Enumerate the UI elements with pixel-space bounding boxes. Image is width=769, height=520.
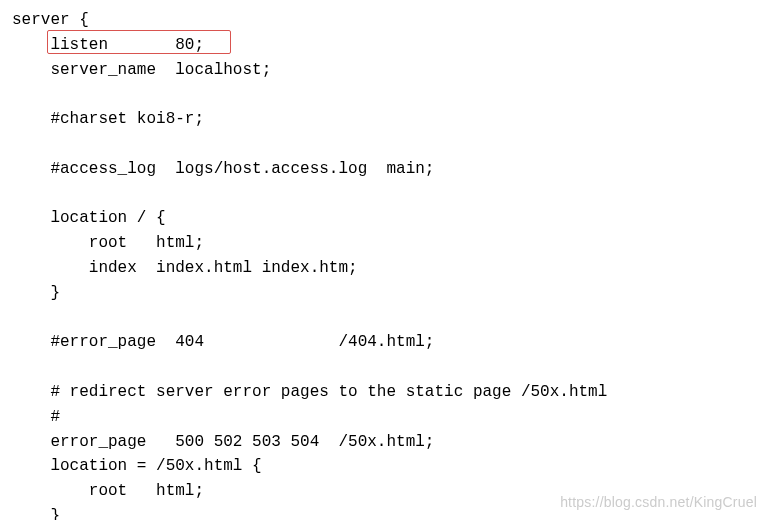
- watermark-text: https://blog.csdn.net/KingCruel: [560, 492, 757, 514]
- nginx-config-code: server { listen 80; server_name localhos…: [0, 0, 769, 520]
